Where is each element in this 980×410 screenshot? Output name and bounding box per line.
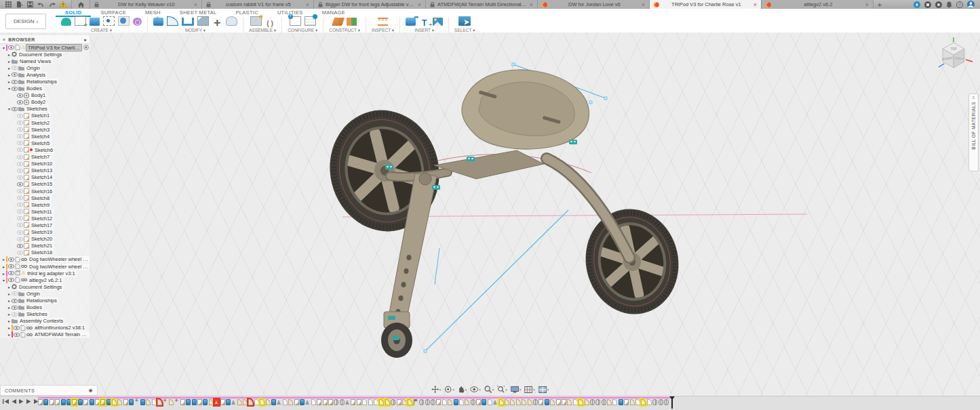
sketch-feature[interactable] [50,399,54,405]
flag-feature[interactable] [414,399,418,405]
fillet-feature[interactable] [579,399,583,405]
timeline-playhead[interactable] [671,396,673,409]
visibility-eye-icon[interactable] [12,87,18,91]
extrude-feature[interactable] [192,399,197,405]
browser-row-body2[interactable]: Body2 [0,99,90,106]
extrude-feature[interactable] [61,399,66,405]
browser-row-sketch6[interactable]: Sketch6 [0,146,90,153]
mirror-feature[interactable] [334,399,338,405]
active-component-radio-icon[interactable] [83,45,89,50]
new-component-icon[interactable]: ★ [250,16,262,28]
mirror-feature[interactable] [431,399,435,405]
timeline-step-back-button[interactable] [12,398,16,405]
grid-settings-icon[interactable]: ▾ [524,386,535,393]
sketch-feature[interactable] [38,399,43,405]
bell-icon[interactable] [946,1,952,8]
expander-closed-icon[interactable]: ▸ [7,319,12,323]
offset-plane-feature[interactable] [442,399,447,405]
fillet-feature[interactable] [499,399,504,405]
sketch-feature[interactable] [328,399,333,405]
expander-closed-icon[interactable]: ▸ [7,66,12,70]
form-edit-icon[interactable] [226,16,237,28]
model-viewport[interactable]: « BROWSER ● ▾⚠TRiPod V3 for Charlie R...… [0,33,980,410]
move-feature[interactable] [135,399,140,405]
offset-plane-feature[interactable] [254,399,259,405]
extensions-icon[interactable] [924,1,931,8]
sketch-feature[interactable] [562,399,566,405]
browser-row-assembly-contexts[interactable]: ▸Assembly Contexts [0,318,90,325]
insert-image-icon[interactable] [433,16,443,28]
extrude-feature[interactable] [203,399,208,405]
visibility-eye-icon[interactable] [17,141,23,145]
visibility-eye-icon[interactable] [17,114,23,118]
browser-row-sketch11[interactable]: Sketch11 [0,208,90,215]
expander-closed-icon[interactable]: ▸ [7,312,12,316]
browser-row-document-settings[interactable]: ▸Document Settings [0,51,90,58]
visibility-eye-icon[interactable] [17,134,23,138]
error-feature[interactable] [214,399,219,405]
panel-options-icon[interactable]: ● [83,37,87,42]
browser-row-atmdfwiall-terrain-m[interactable]: ▸ATMDFWiAll Terrain M... [0,331,90,338]
fillet-feature[interactable] [243,399,248,405]
fillet-feature[interactable] [385,399,390,405]
browser-row-altlegv2-v6-2-1[interactable]: ▾altlegv2 v6.2:1 [0,276,90,283]
visibility-eye-icon[interactable] [17,162,23,166]
browser-row-sketch5[interactable]: Sketch5 [0,140,90,146]
fillet-feature[interactable] [630,399,635,405]
sketch-feature[interactable] [351,399,355,405]
browser-row-sketch13[interactable]: Sketch13 [0,167,90,174]
offset-plane-feature[interactable] [152,399,157,405]
close-tab-icon[interactable]: × [418,1,421,8]
close-tab-icon[interactable]: × [530,1,533,8]
visibility-eye-icon[interactable] [17,148,23,152]
timeline-step-forward-button[interactable] [26,398,31,405]
visibility-eye-icon[interactable] [17,216,23,220]
mirror-feature[interactable] [595,399,600,405]
cylinder-icon[interactable] [118,16,130,28]
browser-row-sketch17[interactable]: Sketch17 [0,222,90,228]
revolve-feature[interactable] [277,399,281,405]
coil-icon[interactable] [133,16,142,28]
extrude-feature[interactable] [545,399,549,405]
fillet-feature[interactable] [567,399,572,405]
zoom-icon[interactable]: ▾ [484,386,494,393]
document-tab[interactable]: DW for Kelly Weaver v10 × [90,0,202,9]
fillet-feature[interactable] [505,399,509,405]
extrude-feature[interactable] [300,399,305,405]
mirror-feature[interactable] [590,399,595,405]
offset-plane-feature[interactable] [311,399,316,405]
expander-closed-icon[interactable]: ▸ [1,257,6,262]
help-icon[interactable]: ? [956,1,963,8]
extrude-feature[interactable] [129,399,134,405]
browser-row-bodies[interactable]: ▾Bodies [0,85,90,92]
extrude-feature[interactable] [90,399,94,405]
offset-plane-feature[interactable] [374,399,378,405]
sketch-feature[interactable] [95,399,100,405]
visibility-eye-icon[interactable] [17,237,23,241]
browser-row-sketch9[interactable]: Sketch9 [0,201,90,208]
visibility-eye-icon[interactable] [17,209,23,213]
browser-row-sketch3[interactable]: Sketch3 [0,126,90,133]
warning-icon[interactable] [59,1,66,8]
visibility-eye-icon[interactable] [17,155,23,159]
offset-plane-feature[interactable] [488,399,492,405]
view-cube[interactable]: TOP FRONT RIGHT [935,37,975,76]
mirror-feature[interactable] [419,399,424,405]
sketch-feature[interactable] [180,399,185,405]
expander-closed-icon[interactable]: ▸ [1,264,6,269]
apps-grid-icon[interactable] [5,1,12,8]
expander-open-icon[interactable]: ▾ [7,86,12,91]
extrude-feature[interactable] [43,399,48,405]
construct-angle-icon[interactable] [347,16,357,28]
box-icon[interactable] [90,16,100,28]
browser-row-sketch14[interactable]: Sketch14 [0,174,90,181]
revolve-feature[interactable] [231,399,236,405]
browser-row-relationships[interactable]: ▸Relationships [0,297,90,304]
extrude-feature[interactable] [140,399,145,405]
browser-row-bodies[interactable]: ▸Bodies [0,304,90,311]
visibility-eye-icon[interactable] [12,107,18,111]
move-icon[interactable]: ✛ [212,16,222,28]
visibility-eye-icon[interactable] [14,333,20,337]
shell-icon[interactable] [182,16,194,28]
browser-row-altfronttrunions2-v38-1[interactable]: ▸altfronttrunions2 v38:1 [0,325,90,331]
